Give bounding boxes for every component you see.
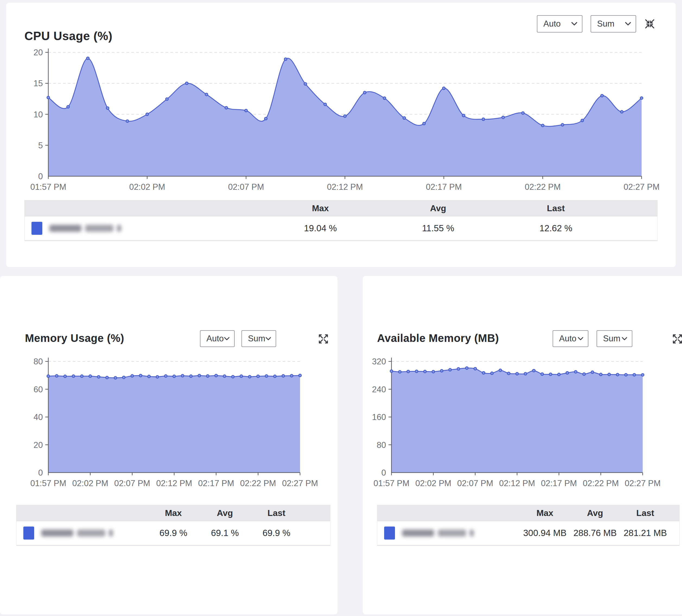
series-row[interactable]: 19.04 % 11.55 % 12.62 %: [25, 216, 657, 241]
expand-icon[interactable]: [318, 333, 329, 344]
chevron-down-icon: [625, 22, 631, 26]
svg-text:15: 15: [33, 79, 43, 88]
page-title: Available Memory (MB): [377, 332, 499, 344]
stat-last-value: 281.21 MB: [620, 528, 670, 538]
panel-cpu-usage: CPU Usage (%) Auto Sum 0510152001:57 PM0…: [6, 3, 676, 267]
series-row[interactable]: 69.9 % 69.1 % 69.9 %: [17, 521, 330, 545]
svg-text:02:27 PM: 02:27 PM: [624, 182, 660, 192]
panel-memory-usage: Memory Usage (%) Auto Sum 02040608001:57…: [0, 276, 338, 614]
stat-avg-value: 288.76 MB: [570, 528, 620, 538]
svg-text:02:02 PM: 02:02 PM: [129, 182, 165, 192]
interval-dropdown[interactable]: Auto: [200, 330, 235, 347]
series-color-swatch: [384, 526, 395, 540]
column-header-max: Max: [262, 203, 379, 213]
panel-available-memory: Available Memory (MB) Auto Sum 080160240…: [363, 276, 682, 614]
stat-max-value: 19.04 %: [262, 223, 379, 233]
svg-text:20: 20: [33, 48, 43, 57]
stat-avg-value: 11.55 %: [379, 223, 497, 233]
svg-text:80: 80: [377, 440, 386, 450]
collapse-icon[interactable]: [644, 19, 655, 29]
series-color-swatch: [31, 222, 42, 235]
interval-dropdown-value: Auto: [543, 19, 561, 29]
stat-last-value: 69.9 %: [251, 528, 302, 538]
svg-text:0: 0: [381, 468, 386, 477]
column-header-avg: Avg: [570, 508, 620, 518]
svg-text:02:17 PM: 02:17 PM: [541, 478, 577, 488]
dashboard-page: { "panels": [ { "title": "CPU Usage (%)"…: [0, 0, 682, 616]
stat-avg-value: 69.1 %: [199, 528, 251, 538]
svg-text:60: 60: [33, 385, 43, 394]
series-color-swatch: [23, 526, 34, 540]
aggregation-dropdown-value: Sum: [597, 19, 614, 29]
interval-dropdown-value: Auto: [559, 334, 576, 343]
memory-usage-chart[interactable]: 02040608001:57 PM02:02 PM02:07 PM02:12 P…: [16, 355, 331, 506]
series-row[interactable]: 300.94 MB 288.76 MB 281.21 MB: [377, 521, 679, 545]
column-header-last: Last: [251, 508, 302, 518]
aggregation-dropdown-value: Sum: [248, 334, 265, 343]
svg-text:5: 5: [38, 141, 43, 150]
svg-text:10: 10: [33, 110, 43, 119]
legend-table-header: Max Avg Last: [25, 200, 657, 216]
available-memory-chart[interactable]: 08016024032001:57 PM02:02 PM02:07 PM02:1…: [373, 355, 680, 506]
svg-text:02:02 PM: 02:02 PM: [72, 478, 108, 488]
page-title: Memory Usage (%): [25, 332, 124, 344]
aggregation-dropdown[interactable]: Sum: [596, 330, 632, 347]
column-header-last: Last: [497, 203, 615, 213]
chevron-down-icon: [621, 337, 628, 341]
interval-dropdown[interactable]: Auto: [537, 15, 583, 32]
svg-text:01:57 PM: 01:57 PM: [373, 478, 410, 488]
chevron-down-icon: [577, 337, 584, 341]
svg-text:02:17 PM: 02:17 PM: [198, 478, 234, 488]
interval-dropdown[interactable]: Auto: [552, 330, 588, 347]
svg-text:02:22 PM: 02:22 PM: [525, 182, 561, 192]
svg-text:40: 40: [33, 412, 43, 422]
aggregation-dropdown[interactable]: Sum: [591, 15, 636, 32]
svg-text:160: 160: [372, 412, 386, 422]
column-header-avg: Avg: [379, 203, 497, 213]
legend-table-header: Max Avg Last: [377, 505, 679, 521]
legend-table: Max Avg Last 19.04 % 11.55 % 12.62 %: [24, 200, 658, 241]
svg-text:0: 0: [38, 468, 43, 477]
svg-text:02:12 PM: 02:12 PM: [156, 478, 192, 488]
chevron-down-icon: [571, 22, 577, 26]
column-header-max: Max: [147, 508, 199, 518]
svg-text:320: 320: [372, 357, 386, 366]
aggregation-dropdown[interactable]: Sum: [242, 330, 276, 347]
svg-text:02:07 PM: 02:07 PM: [114, 478, 150, 488]
stat-max-value: 300.94 MB: [520, 528, 570, 538]
cpu-usage-chart[interactable]: 0510152001:57 PM02:02 PM02:07 PM02:12 PM…: [23, 46, 663, 198]
svg-text:80: 80: [33, 357, 43, 366]
legend-table: Max Avg Last 69.9 % 69.1 % 69.9 %: [16, 505, 331, 546]
svg-text:01:57 PM: 01:57 PM: [30, 182, 66, 192]
svg-text:02:27 PM: 02:27 PM: [282, 478, 318, 488]
chevron-down-icon: [265, 337, 271, 341]
svg-text:20: 20: [33, 440, 43, 450]
stat-last-value: 12.62 %: [497, 223, 615, 233]
stat-max-value: 69.9 %: [147, 528, 199, 538]
svg-text:02:17 PM: 02:17 PM: [426, 182, 462, 192]
series-name-blurred: [41, 529, 113, 537]
svg-text:02:12 PM: 02:12 PM: [327, 182, 363, 192]
column-header-avg: Avg: [199, 508, 251, 518]
svg-text:02:27 PM: 02:27 PM: [625, 478, 661, 488]
svg-text:02:22 PM: 02:22 PM: [583, 478, 619, 488]
expand-icon[interactable]: [672, 333, 682, 344]
series-name-blurred: [49, 225, 121, 232]
svg-text:02:02 PM: 02:02 PM: [415, 478, 451, 488]
column-header-max: Max: [520, 508, 570, 518]
svg-text:02:12 PM: 02:12 PM: [499, 478, 535, 488]
series-name-blurred: [402, 529, 474, 537]
interval-dropdown-value: Auto: [206, 334, 224, 343]
chevron-down-icon: [224, 337, 230, 341]
legend-table-header: Max Avg Last: [17, 505, 330, 521]
svg-text:02:07 PM: 02:07 PM: [228, 182, 264, 192]
aggregation-dropdown-value: Sum: [603, 334, 620, 343]
column-header-last: Last: [620, 508, 670, 518]
svg-text:01:57 PM: 01:57 PM: [30, 478, 66, 488]
svg-text:02:07 PM: 02:07 PM: [457, 478, 493, 488]
svg-text:240: 240: [372, 385, 386, 394]
page-title: CPU Usage (%): [24, 29, 112, 43]
svg-text:02:22 PM: 02:22 PM: [240, 478, 276, 488]
legend-table: Max Avg Last 300.94 MB 288.76 MB 281.21 …: [377, 505, 680, 546]
svg-text:0: 0: [38, 172, 43, 181]
